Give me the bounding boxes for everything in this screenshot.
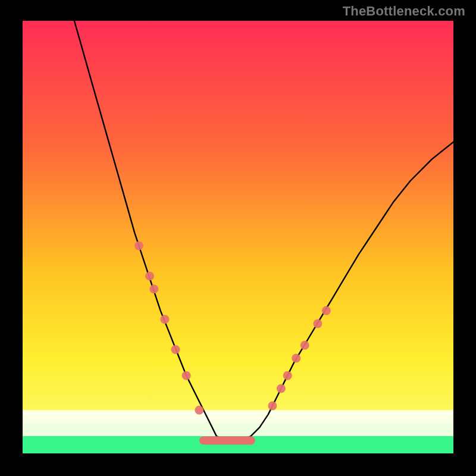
- chart-outer-frame: TheBottleneck.com: [0, 0, 476, 476]
- marker-left: [182, 371, 191, 380]
- marker-right: [322, 306, 331, 315]
- marker-right: [292, 354, 300, 363]
- watermark-text: TheBottleneck.com: [343, 4, 465, 19]
- marker-left: [134, 242, 143, 250]
- marker-left: [160, 315, 169, 324]
- marker-right: [313, 319, 322, 328]
- marker-left: [145, 271, 154, 280]
- marker-left: [195, 406, 203, 415]
- chart-svg: [23, 21, 453, 453]
- marker-left: [149, 284, 158, 293]
- plot-area: [23, 21, 453, 453]
- pale-band-lower: [23, 423, 453, 436]
- marker-right: [268, 402, 277, 411]
- marker-left: [171, 345, 180, 354]
- gradient-bg: [23, 21, 453, 453]
- marker-right: [283, 371, 292, 380]
- marker-right: [277, 384, 286, 393]
- marker-right: [300, 341, 309, 350]
